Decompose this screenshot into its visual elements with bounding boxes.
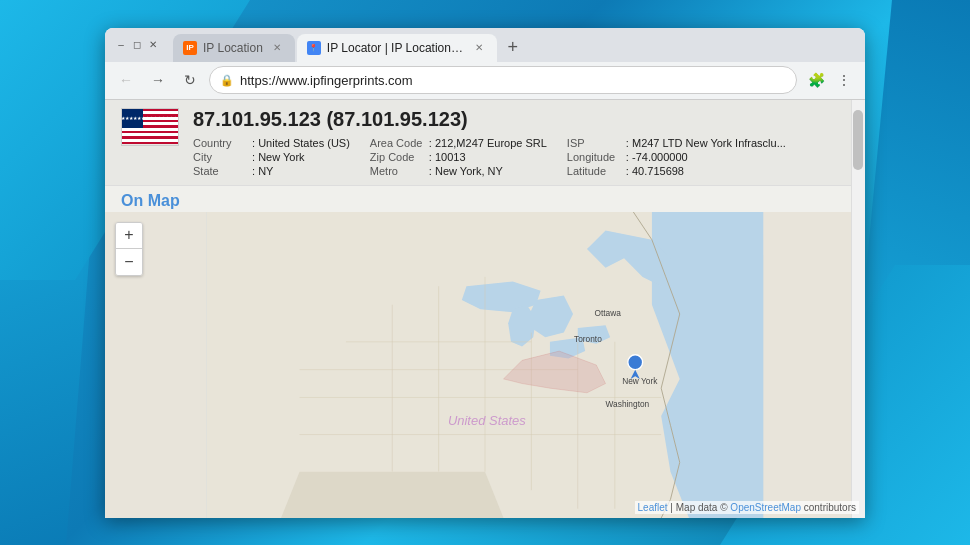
- detail-col-2: Area Code : 212,M247 Europe SRL Zip Code…: [370, 137, 547, 177]
- country-label-map: United States: [448, 413, 526, 428]
- tab-favicon-ip: IP: [183, 41, 197, 55]
- page-content: ★★★★★★★★★★★★★★★★★★★★★★★★★★★★★★★★★★★★★★★★…: [105, 100, 865, 518]
- on-map-label: On Map: [105, 186, 865, 212]
- zip-code-label: Zip Code: [370, 151, 425, 163]
- svg-text:New York: New York: [622, 375, 658, 385]
- area-code-value: : 212,M247 Europe SRL: [429, 137, 547, 149]
- ip-header: ★★★★★★★★★★★★★★★★★★★★★★★★★★★★★★★★★★★★★★★★…: [105, 100, 865, 186]
- menu-button[interactable]: ⋮: [831, 67, 857, 93]
- state-label: State: [193, 165, 248, 177]
- forward-button[interactable]: →: [145, 67, 171, 93]
- extensions-button[interactable]: 🧩: [803, 67, 829, 93]
- scrollbar-thumb[interactable]: [853, 110, 863, 170]
- area-code-label: Area Code: [370, 137, 425, 149]
- ip-info-block: 87.101.95.123 (87.101.95.123) Country : …: [193, 108, 786, 177]
- lock-icon: 🔒: [220, 74, 234, 87]
- title-bar: – ◻ ✕ IP IP Location ✕ 📍 IP Locator | IP…: [105, 28, 865, 62]
- address-bar-row: ← → ↻ 🔒 https://www.ipfingerprints.com 🧩…: [105, 62, 865, 100]
- metro-value: : New York, NY: [429, 165, 503, 177]
- attribution-text: | Map data ©: [670, 502, 730, 513]
- address-bar[interactable]: 🔒 https://www.ipfingerprints.com: [209, 66, 797, 94]
- map-area[interactable]: United States Ottawa Toronto New York Wa…: [105, 212, 865, 518]
- osm-link[interactable]: OpenStreetMap: [730, 502, 801, 513]
- svg-text:Washington: Washington: [606, 398, 650, 408]
- reload-button[interactable]: ↻: [177, 67, 203, 93]
- isp-value: : M247 LTD New York Infrasclu...: [626, 137, 786, 149]
- tab-label-locator: IP Locator | IP Location Finder | L...: [327, 41, 465, 55]
- map-attribution: Leaflet | Map data © OpenStreetMap contr…: [635, 501, 859, 514]
- metro-label: Metro: [370, 165, 425, 177]
- city-value: : New York: [252, 151, 305, 163]
- maximize-button[interactable]: ◻: [129, 37, 145, 53]
- map-zoom-controls: + −: [115, 222, 143, 276]
- zip-code-value: : 10013: [429, 151, 466, 163]
- new-tab-button[interactable]: +: [499, 34, 527, 62]
- toolbar-right: 🧩 ⋮: [803, 67, 857, 93]
- leaflet-link[interactable]: Leaflet: [638, 502, 668, 513]
- contributors-text: contributors: [804, 502, 856, 513]
- svg-point-15: [628, 354, 643, 369]
- tab-label-ip: IP Location: [203, 41, 263, 55]
- zoom-out-button[interactable]: −: [116, 249, 142, 275]
- tab-favicon-loc: 📍: [307, 41, 321, 55]
- city-label: City: [193, 151, 248, 163]
- state-value: : NY: [252, 165, 273, 177]
- longitude-value: : -74.000000: [626, 151, 688, 163]
- scrollbar[interactable]: [851, 100, 865, 518]
- minimize-button[interactable]: –: [113, 37, 129, 53]
- ip-details-grid: Country : United States (US) City : New …: [193, 137, 786, 177]
- close-button[interactable]: ✕: [145, 37, 161, 53]
- url-text: https://www.ipfingerprints.com: [240, 73, 413, 88]
- svg-text:Ottawa: Ottawa: [594, 307, 621, 317]
- tab-close-ip[interactable]: ✕: [269, 40, 285, 56]
- isp-label: ISP: [567, 137, 622, 149]
- longitude-label: Longitude: [567, 151, 622, 163]
- tabs-bar: IP IP Location ✕ 📍 IP Locator | IP Locat…: [169, 28, 531, 62]
- back-button[interactable]: ←: [113, 67, 139, 93]
- svg-text:Toronto: Toronto: [574, 333, 602, 343]
- detail-col-3: ISP : M247 LTD New York Infrasclu... Lon…: [567, 137, 786, 177]
- latitude-value: : 40.715698: [626, 165, 684, 177]
- browser-window: – ◻ ✕ IP IP Location ✕ 📍 IP Locator | IP…: [105, 28, 865, 518]
- tab-ip-locator[interactable]: 📍 IP Locator | IP Location Finder | L...…: [297, 34, 497, 62]
- detail-col-1: Country : United States (US) City : New …: [193, 137, 350, 177]
- map-svg: United States Ottawa Toronto New York Wa…: [105, 212, 865, 518]
- window-controls: – ◻ ✕: [113, 37, 161, 53]
- zoom-in-button[interactable]: +: [116, 223, 142, 249]
- tab-close-locator[interactable]: ✕: [471, 40, 487, 56]
- ip-main-title: 87.101.95.123 (87.101.95.123): [193, 108, 786, 131]
- country-value: : United States (US): [252, 137, 350, 149]
- country-label: Country: [193, 137, 248, 149]
- latitude-label: Latitude: [567, 165, 622, 177]
- flag-image: ★★★★★★★★★★★★★★★★★★★★★★★★★★★★★★★★★★★★★★★★…: [121, 108, 179, 146]
- tab-ip-location[interactable]: IP IP Location ✕: [173, 34, 295, 62]
